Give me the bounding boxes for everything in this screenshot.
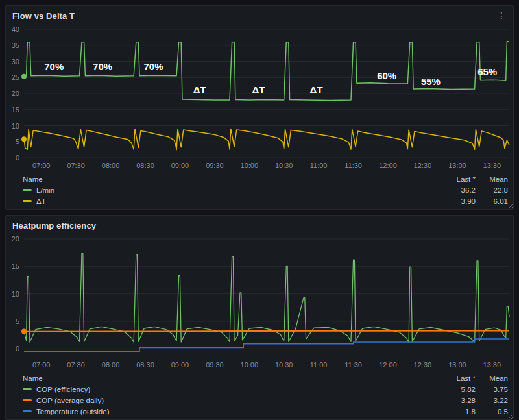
legend-row[interactable]: COP (average daily)3.283.22: [23, 395, 508, 406]
x-axis-tick-label: 07:30: [67, 162, 85, 169]
legend-mean-value: 3.22: [476, 397, 508, 404]
panel-title: Flow vs Delta T: [12, 11, 495, 21]
series-color-swatch: [23, 399, 32, 401]
legend-header-name[interactable]: Name: [23, 175, 426, 183]
series-start-marker: [21, 74, 27, 79]
legend-series-name[interactable]: ΔT: [36, 197, 426, 205]
y-axis-tick-label: 25: [12, 73, 19, 81]
x-axis-tick-label: 11:30: [344, 162, 362, 169]
x-axis-tick-label: 08:00: [102, 361, 120, 369]
legend-rows: COP (efficiency)5.823.75COP (average dai…: [23, 384, 508, 417]
legend: Name Last * Mean L/min36.222.8ΔT3.906.01: [6, 172, 513, 209]
x-axis-tick-label: 10:30: [275, 361, 293, 369]
legend-mean-value: 22.8: [476, 186, 508, 194]
y-axis-tick-label: 0: [16, 154, 19, 162]
grafana-dashboard: Flow vs Delta T ⋮ 051015202530354007:000…: [0, 0, 519, 420]
legend-row[interactable]: ΔT3.906.01: [23, 195, 508, 206]
panel-menu-kebab-icon[interactable]: ⋮: [495, 11, 508, 20]
legend-mean-value: 0.5: [476, 408, 508, 415]
chart-annotation: ΔT: [252, 84, 265, 95]
x-axis-tick-label: 13:30: [483, 162, 501, 169]
chart-annotation: 55%: [421, 76, 441, 87]
legend-header-mean[interactable]: Mean: [476, 175, 508, 183]
x-axis-tick-label: 09:00: [171, 361, 189, 369]
series-line: [24, 129, 509, 150]
series-line: [24, 331, 509, 332]
legend-series-name[interactable]: Temperature (outside): [36, 408, 426, 415]
flow-delta-t-chart[interactable]: 051015202530354007:0007:3008:0008:3009:0…: [6, 24, 513, 172]
legend-header-last[interactable]: Last *: [426, 175, 476, 183]
legend-last-value: 3.90: [426, 197, 476, 205]
legend-header-row: Name Last * Mean: [23, 373, 508, 384]
legend-series-name[interactable]: L/min: [36, 186, 426, 194]
x-axis-tick-label: 13:30: [483, 361, 501, 369]
heatpump-efficiency-chart[interactable]: 0510152007:0007:3008:0008:3009:0009:3010…: [6, 234, 513, 371]
legend-header-name[interactable]: Name: [23, 375, 426, 382]
panel-heatpump-efficiency: Heatpump efficiency 0510152007:0007:3008…: [5, 215, 514, 420]
y-axis-tick-label: 30: [12, 58, 19, 66]
y-axis-tick-label: 35: [12, 42, 19, 49]
y-axis-tick-label: 10: [12, 290, 19, 298]
axes-and-gridlines: 0510152007:0007:3008:0008:3009:0009:3010…: [12, 235, 509, 369]
x-axis-tick-label: 13:00: [448, 361, 466, 369]
panel-header[interactable]: Heatpump efficiency: [6, 216, 513, 234]
x-axis-tick-label: 07:00: [32, 162, 51, 169]
x-axis-tick-label: 10:00: [241, 361, 259, 369]
y-axis-tick-label: 0: [16, 345, 19, 352]
x-axis-tick-label: 12:30: [414, 162, 432, 169]
chart-annotation: ΔT: [193, 84, 206, 95]
legend-last-value: 3.28: [426, 397, 476, 404]
x-axis-tick-label: 08:30: [136, 162, 154, 169]
x-axis-tick-label: 08:30: [136, 361, 154, 369]
legend-row[interactable]: COP (efficiency)5.823.75: [23, 384, 508, 395]
series-line: [24, 339, 509, 351]
x-axis-tick-label: 11:00: [310, 361, 328, 369]
legend-header-row: Name Last * Mean: [23, 173, 508, 184]
series-color-swatch: [23, 189, 32, 191]
legend-row[interactable]: L/min36.222.8: [23, 184, 508, 195]
legend-header-last[interactable]: Last *: [426, 375, 476, 382]
chart-annotation: ΔT: [310, 84, 323, 95]
legend-header-mean[interactable]: Mean: [476, 375, 508, 382]
series-start-marker: [21, 136, 27, 142]
x-axis-tick-label: 09:30: [206, 162, 224, 169]
x-axis-tick-label: 11:30: [344, 361, 362, 369]
y-axis-tick-label: 15: [12, 262, 19, 270]
series-color-swatch: [23, 200, 32, 202]
x-axis-tick-label: 09:00: [171, 162, 189, 169]
x-axis-tick-label: 07:00: [32, 361, 51, 369]
panel-header[interactable]: Flow vs Delta T ⋮: [6, 6, 513, 24]
y-axis-tick-label: 20: [12, 235, 19, 243]
legend-last-value: 1.8: [426, 408, 476, 415]
y-axis-tick-label: 20: [12, 90, 19, 97]
chart-annotation: 70%: [44, 61, 64, 72]
chart-annotation: 65%: [477, 66, 497, 77]
legend-last-value: 5.82: [426, 386, 476, 393]
series-color-swatch: [23, 410, 32, 412]
legend: Name Last * Mean COP (efficiency)5.823.7…: [6, 371, 513, 419]
legend-mean-value: 3.75: [476, 386, 508, 393]
y-axis-tick-label: 15: [12, 106, 19, 114]
y-axis-tick-label: 5: [16, 317, 19, 325]
x-axis-tick-label: 07:30: [67, 361, 85, 369]
x-axis-tick-label: 11:00: [310, 162, 328, 169]
x-axis-tick-label: 10:00: [241, 162, 259, 169]
chart-annotation: 60%: [377, 70, 396, 81]
x-axis-tick-label: 10:30: [275, 162, 293, 169]
y-axis-tick-label: 40: [12, 25, 19, 33]
panel-flow-vs-delta-t: Flow vs Delta T ⋮ 051015202530354007:000…: [5, 5, 514, 210]
chart-annotation: 70%: [143, 61, 163, 72]
legend-last-value: 36.2: [426, 186, 476, 194]
series-start-marker: [21, 329, 27, 334]
x-axis-tick-label: 12:30: [414, 361, 432, 369]
legend-series-name[interactable]: COP (efficiency): [36, 386, 426, 393]
x-axis-tick-label: 08:00: [102, 162, 120, 169]
legend-rows: L/min36.222.8ΔT3.906.01: [23, 184, 508, 206]
legend-row[interactable]: Temperature (outside)1.80.5: [23, 406, 508, 417]
legend-mean-value: 6.01: [476, 197, 508, 205]
y-axis-tick-label: 10: [12, 122, 19, 130]
series-color-swatch: [23, 388, 32, 390]
x-axis-tick-label: 13:00: [448, 162, 466, 169]
y-axis-tick-label: 5: [16, 138, 19, 145]
legend-series-name[interactable]: COP (average daily): [36, 397, 426, 404]
